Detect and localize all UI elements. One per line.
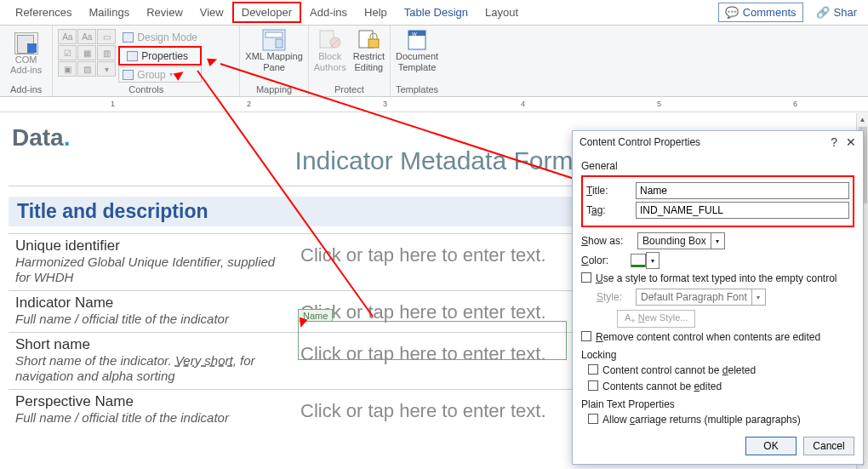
showas-field-label: Show as: — [581, 235, 632, 247]
xml-mapping-button[interactable]: XML Mapping Pane — [245, 29, 302, 72]
lock-edit-label: Contents cannot be edited — [602, 380, 722, 393]
xml-mapping-icon — [262, 29, 286, 51]
rich-text-control-icon[interactable]: Aa — [58, 29, 77, 44]
ruler-4: 4 — [521, 100, 525, 108]
properties-icon — [127, 51, 138, 61]
tag-input[interactable] — [636, 202, 849, 219]
allow-carriage-label: Allow carriage returns (multiple paragra… — [602, 414, 801, 426]
title-bar-actions: 💬 Comments 🔗 Shar — [718, 3, 863, 22]
row-desc: Short name of the indicator. Very short,… — [15, 353, 292, 384]
chevron-down-icon: ▾ — [752, 289, 766, 306]
properties-button[interactable]: Properties — [123, 48, 197, 64]
properties-label: Properties — [141, 50, 188, 62]
usestyle-label: Use a style to format text typed into th… — [596, 272, 837, 285]
xml-mapping-l1: XML Mapping — [245, 52, 302, 62]
showas-select[interactable]: Bounding Box ▾ — [637, 232, 725, 249]
tab-developer[interactable]: Developer — [242, 6, 292, 19]
content-control-placeholder[interactable]: Click or tap here to enter text. — [300, 393, 546, 426]
svg-rect-9 — [408, 31, 425, 36]
row-desc: Full name / official title of the indica… — [15, 312, 292, 327]
group-protect-label: Protect — [314, 83, 385, 94]
ruler-1: 1 — [111, 100, 115, 108]
remove-checkbox[interactable]: Remove content control when contents are… — [581, 331, 854, 344]
share-label: Shar — [834, 6, 857, 19]
remove-label: Remove content control when contents are… — [596, 331, 820, 344]
comments-label: Comments — [743, 6, 797, 19]
row-label: Indicator Name — [15, 295, 292, 312]
group-mapping: XML Mapping Pane Mapping — [240, 26, 308, 96]
lock-delete-checkbox[interactable]: Content control cannot be deleted — [588, 364, 854, 377]
block-authors-button: Block Authors — [314, 29, 346, 72]
document-template-l1: Document — [396, 52, 438, 62]
content-control-selected[interactable] — [298, 321, 567, 360]
chevron-down-icon[interactable]: ▾ — [646, 252, 660, 269]
cancel-button[interactable]: Cancel — [803, 437, 854, 455]
restrict-editing-button[interactable]: Restrict Editing — [353, 29, 385, 72]
tab-mailings[interactable]: Mailings — [80, 1, 138, 24]
help-icon[interactable]: ? — [831, 135, 837, 149]
new-style-button: A+ New Style... — [617, 310, 695, 328]
section-general-label: General — [581, 160, 854, 172]
dialog-title: Content Control Properties — [580, 136, 700, 148]
svg-rect-2 — [276, 39, 283, 48]
dialog-titlebar[interactable]: Content Control Properties ? ✕ — [573, 131, 863, 153]
horizontal-ruler[interactable]: 1 2 3 4 5 6 — [0, 97, 868, 112]
tab-view[interactable]: View — [191, 1, 232, 24]
content-control-properties-dialog: Content Control Properties ? ✕ General T… — [572, 130, 864, 465]
lock-edit-checkbox[interactable]: Contents cannot be edited — [588, 380, 854, 393]
title-field-label: Title: — [586, 185, 631, 197]
com-addins-l2: Add-ins — [10, 65, 42, 75]
ok-button[interactable]: OK — [745, 437, 797, 455]
xml-mapping-l2: Pane — [263, 63, 285, 73]
plain-text-control-icon[interactable]: Aa — [77, 29, 96, 44]
allow-carriage-checkbox[interactable]: Allow carriage returns (multiple paragra… — [588, 414, 854, 426]
tab-help[interactable]: Help — [356, 1, 396, 24]
comments-button[interactable]: 💬 Comments — [718, 3, 803, 22]
content-control-placeholder[interactable]: Click or tap here to enter text. — [300, 237, 546, 285]
repeating-control-icon[interactable]: ▨ — [77, 61, 96, 77]
design-mode-button[interactable]: Design Mode — [118, 29, 202, 45]
chevron-down-icon[interactable]: ▾ — [711, 232, 725, 249]
com-addins-l1: COM — [15, 54, 37, 65]
ribbon-body: COM Add-ins Add-ins Aa Aa ▭ ☑ ▦ ▥ ▣ ▨ ▾ … — [0, 26, 868, 97]
tab-review[interactable]: Review — [138, 1, 191, 24]
legacy-controls-icon[interactable]: ▾ — [97, 61, 116, 77]
scroll-up-icon[interactable]: ▲ — [857, 113, 868, 125]
group-protect: Block Authors Restrict Editing Protect — [309, 26, 391, 96]
color-select[interactable]: ▾ — [631, 252, 660, 269]
tab-addins[interactable]: Add-ins — [301, 1, 356, 24]
color-swatch-icon — [631, 254, 646, 267]
checkbox-control-icon[interactable]: ☑ — [58, 45, 77, 60]
share-button[interactable]: 🔗 Shar — [810, 3, 863, 22]
tab-references[interactable]: References — [7, 1, 80, 24]
combo-control-icon[interactable]: ▦ — [77, 45, 96, 60]
lock-delete-label: Content control cannot be deleted — [602, 364, 756, 377]
title-input[interactable] — [636, 182, 849, 199]
annotation-box-title-tag: Title: Tag: — [581, 175, 854, 227]
row-label: Unique identifier — [15, 237, 292, 255]
block-authors-l1: Block — [318, 52, 341, 62]
document-template-icon: W — [405, 29, 429, 51]
document-template-button[interactable]: W Document Template — [396, 29, 438, 72]
row-label: Short name — [15, 336, 292, 353]
ruler-6: 6 — [793, 100, 797, 108]
close-icon[interactable]: ✕ — [846, 135, 856, 149]
dropdown-control-icon[interactable]: ▥ — [97, 45, 116, 60]
picture-control-icon[interactable]: ▭ — [97, 29, 116, 44]
tab-table-design[interactable]: Table Design — [396, 1, 477, 24]
group-icon — [123, 70, 134, 80]
row-desc: Full name / official title of the indica… — [15, 410, 292, 426]
share-icon: 🔗 — [816, 6, 830, 19]
document-template-l2: Template — [398, 63, 437, 73]
checkbox-icon — [588, 380, 598, 391]
usestyle-checkbox[interactable]: Use a style to format text typed into th… — [581, 272, 854, 285]
style-select: Default Paragraph Font ▾ — [636, 289, 766, 306]
group-button[interactable]: Group ▾ — [118, 66, 202, 83]
com-addins-button[interactable]: COM Add-ins — [5, 29, 47, 78]
showas-value: Bounding Box — [642, 235, 706, 247]
date-control-icon[interactable]: ▣ — [58, 61, 77, 77]
tag-field-label: Tag: — [586, 204, 631, 216]
tab-layout[interactable]: Layout — [477, 1, 527, 24]
svg-rect-7 — [368, 39, 379, 48]
annotation-box-developer: Developer — [232, 2, 301, 23]
